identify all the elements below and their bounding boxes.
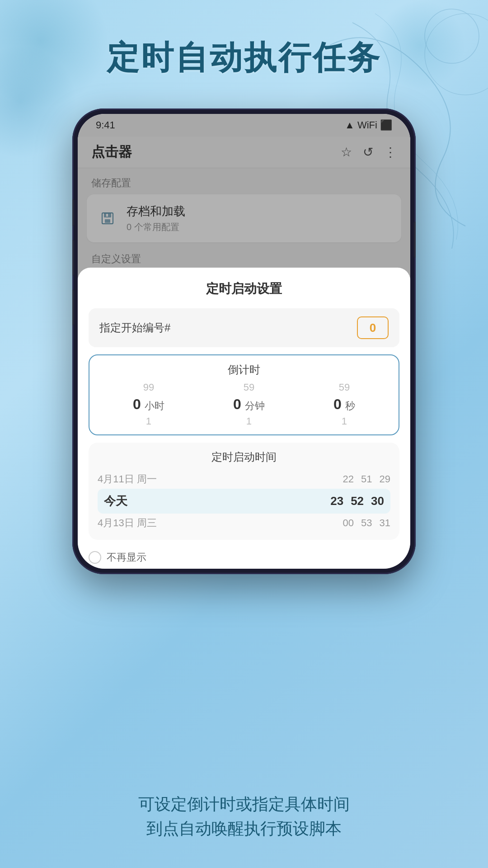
schedule-prev-s: 29 (380, 473, 390, 485)
minutes-above: 59 (244, 382, 254, 393)
schedule-prev-h: 22 (343, 473, 354, 485)
schedule-next-s: 31 (380, 517, 390, 529)
hours-value: 0 (133, 396, 141, 413)
schedule-section: 定时启动时间 4月11日 周一 22 51 29 今天 (89, 443, 399, 540)
schedule-prev-times: 22 51 29 (343, 473, 390, 485)
modal-title: 定时启动设置 (89, 280, 399, 297)
hours-below: 1 (146, 415, 151, 427)
minutes-label: 分钟 (245, 399, 265, 413)
schedule-next-times: 00 53 31 (343, 517, 390, 529)
schedule-current-date: 今天 (104, 493, 127, 509)
minutes-unit[interactable]: 59 0 分钟 1 (233, 382, 265, 427)
schedule-row-next[interactable]: 4月13日 周三 00 53 31 (98, 514, 390, 533)
countdown-section: 倒计时 99 0 小时 1 59 (89, 354, 399, 435)
seconds-unit[interactable]: 59 0 秒 1 (333, 382, 355, 427)
hours-label: 小时 (145, 399, 164, 413)
modal-overlay: 定时启动设置 指定开始编号# 0 倒计时 99 0 (78, 114, 410, 569)
schedule-prev-date: 4月11日 周一 (98, 472, 157, 486)
start-number-label: 指定开始编号# (99, 321, 170, 335)
modal-backdrop-top (78, 114, 410, 268)
schedule-next-date: 4月13日 周三 (98, 516, 157, 530)
schedule-next-h: 00 (343, 517, 354, 529)
seconds-value: 0 (333, 396, 342, 413)
schedule-current-m: 52 (351, 494, 364, 508)
time-picker: 99 0 小时 1 59 0 分钟 (99, 382, 389, 427)
bottom-text-line1: 可设定倒计时或指定具体时间 (45, 792, 443, 816)
seconds-label: 秒 (345, 399, 355, 413)
main-title: 定时自动执行任务 (0, 36, 488, 80)
bottom-text-line2: 到点自动唤醒执行预设脚本 (45, 816, 443, 841)
phone-screen: 9:41 ▲ WiFi ⬛ 点击器 ☆ ↺ ⋮ 储存配置 (78, 114, 410, 569)
seconds-below: 1 (342, 415, 347, 427)
schedule-current-times: 23 52 30 (330, 494, 384, 508)
schedule-title: 定时启动时间 (98, 450, 390, 464)
schedule-row-current[interactable]: 今天 23 52 30 (98, 489, 390, 514)
modal-panel: 定时启动设置 指定开始编号# 0 倒计时 99 0 (78, 268, 410, 569)
schedule-prev-m: 51 (361, 473, 372, 485)
phone-frame: 9:41 ▲ WiFi ⬛ 点击器 ☆ ↺ ⋮ 储存配置 (72, 108, 416, 574)
nav-bar (78, 542, 410, 560)
schedule-current-s: 30 (371, 494, 384, 508)
hours-above: 99 (143, 382, 154, 393)
schedule-row-prev[interactable]: 4月11日 周一 22 51 29 (98, 470, 390, 489)
schedule-next-m: 53 (361, 517, 372, 529)
volume-down-button (72, 240, 74, 276)
countdown-title: 倒计时 (99, 363, 389, 377)
power-button (414, 222, 416, 258)
volume-up-button (72, 199, 74, 226)
start-number-input[interactable]: 0 (357, 316, 389, 339)
minutes-value: 0 (233, 396, 241, 413)
minutes-below: 1 (246, 415, 252, 427)
bottom-text: 可设定倒计时或指定具体时间 到点自动唤醒执行预设脚本 (0, 792, 488, 841)
seconds-above: 59 (339, 382, 350, 393)
start-number-row: 指定开始编号# 0 (89, 308, 399, 347)
schedule-current-h: 23 (330, 494, 343, 508)
nav-indicator (203, 549, 285, 552)
hours-unit[interactable]: 99 0 小时 1 (133, 382, 164, 427)
silent-switch (72, 289, 74, 326)
